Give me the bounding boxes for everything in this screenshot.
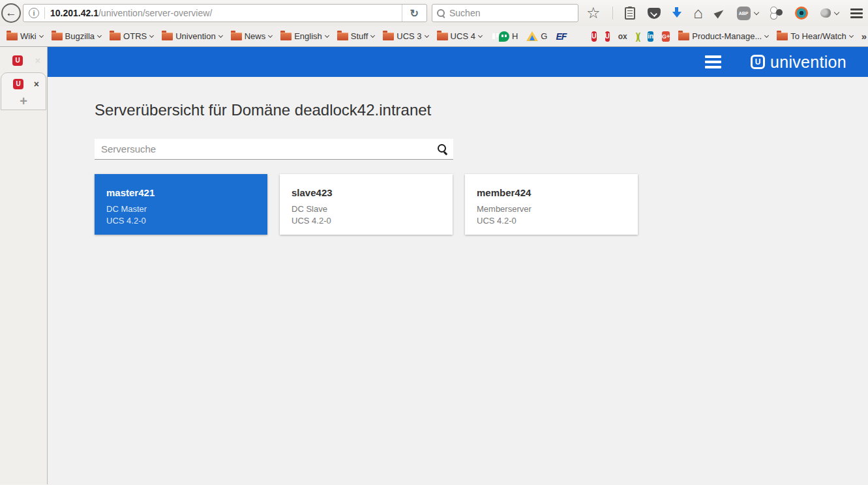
bookmarks-overflow-button[interactable]: » (861, 31, 867, 42)
hangouts-icon (499, 31, 509, 42)
server-card-slave423[interactable]: slave423 DC Slave UCS 4.2-0 (280, 174, 453, 235)
browser-search-bar[interactable] (432, 4, 578, 22)
reload-button[interactable]: ↻ (402, 5, 427, 22)
bookmark-folder-stuff[interactable]: Stuff (337, 31, 375, 41)
folder-icon (231, 33, 242, 40)
new-tab-button[interactable]: + (1, 93, 46, 110)
bookmark-star-icon[interactable]: ☆ (586, 5, 601, 21)
divider (44, 7, 45, 19)
bookmark-folder-ucs4[interactable]: UCS 4 (437, 31, 482, 41)
bookmark-folder-univention[interactable]: Univention (162, 31, 222, 41)
bookmark-folder-ucs3[interactable]: UCS 3 (383, 31, 428, 41)
search-icon (436, 8, 445, 18)
chevron-down-icon (425, 33, 429, 37)
hangouts-bookmark[interactable]: H (499, 31, 518, 42)
server-version: UCS 4.2-0 (106, 215, 256, 227)
bookmark-label: Univention (175, 31, 215, 41)
bookmark-folder-news[interactable]: News (231, 31, 273, 41)
bookmark-folder-english[interactable]: English (280, 31, 329, 41)
server-role: DC Slave (292, 203, 441, 215)
site-menu-icon[interactable] (705, 55, 721, 68)
background-tab[interactable]: U × (0, 52, 47, 69)
site-info-icon[interactable]: i (29, 8, 39, 18)
send-tab-icon[interactable] (714, 7, 726, 18)
open-xchange-bookmark-icon[interactable]: ox (618, 32, 627, 41)
chevron-down-icon[interactable] (833, 9, 839, 14)
bookmark-folder-wiki[interactable]: Wiki (7, 31, 43, 41)
browser-menu-icon[interactable] (850, 8, 863, 18)
content-row: U × U × + U univention Serverübersicht f… (0, 47, 868, 484)
chevron-down-icon (149, 33, 154, 37)
bookmark-label: OTRS (123, 31, 147, 41)
univention-favicon: U (13, 79, 23, 89)
search-icon[interactable] (437, 143, 448, 154)
fly-extension-icon (820, 8, 831, 18)
bookmark-label: G (541, 31, 547, 41)
univention-bookmark-icon[interactable]: U (605, 31, 610, 42)
active-tab[interactable]: U × (1, 76, 46, 93)
folder-icon (678, 33, 689, 40)
ef-bookmark-icon[interactable]: EF (556, 31, 566, 42)
chevron-down-icon (97, 33, 102, 37)
chevron-down-icon (370, 33, 375, 37)
home-icon[interactable]: ⌂ (693, 6, 703, 20)
bookmark-label: H (512, 31, 518, 41)
active-tab-group: U × + (1, 72, 46, 110)
extension-fly-button[interactable] (820, 8, 839, 18)
bookmarks-bar: Wiki Bugzilla OTRS Univention News Engli… (0, 26, 868, 47)
linkedin-bookmark-icon[interactable]: in (648, 31, 653, 42)
browser-search-input[interactable] (449, 8, 574, 18)
chevron-down-icon (218, 33, 223, 37)
bookmark-folder-bugzilla[interactable]: Bugzilla (52, 31, 102, 41)
divider (612, 7, 613, 20)
pocket-icon[interactable] (648, 8, 661, 19)
url-path: /univention/server-overview/ (98, 8, 212, 18)
bookmark-folder-product-management[interactable]: Product-Manage... (678, 31, 768, 41)
server-search-field[interactable] (95, 139, 453, 160)
downloads-icon[interactable] (672, 7, 681, 19)
server-role: DC Master (106, 203, 256, 215)
bookmark-label: Stuff (351, 31, 368, 41)
folder-icon (7, 33, 18, 40)
close-tab-icon[interactable]: × (34, 80, 39, 88)
google-drive-icon (526, 31, 538, 41)
plus-icon: + (20, 95, 27, 107)
web-page: U univention Serverübersicht für Domäne … (48, 47, 868, 484)
folder-icon (110, 33, 121, 40)
server-card-master421[interactable]: master421 DC Master UCS 4.2-0 (95, 174, 267, 235)
server-card-member424[interactable]: member424 Memberserver UCS 4.2-0 (465, 174, 638, 235)
server-name: member424 (477, 187, 626, 198)
vertical-tab-strip: U × U × + (0, 47, 48, 484)
folder-icon (777, 33, 788, 40)
cookies-extension-icon[interactable] (770, 7, 783, 20)
url-host: 10.201.42.1 (50, 8, 98, 18)
xing-bookmark-icon[interactable]: )( (636, 31, 639, 42)
bookmark-label: News (245, 31, 266, 41)
back-button[interactable]: ← (1, 3, 21, 23)
folder-icon (280, 33, 292, 40)
server-role: Memberserver (477, 203, 626, 215)
chevron-down-icon[interactable] (753, 9, 758, 14)
bookmark-label: Product-Manage... (692, 31, 762, 41)
googleplus-bookmark-icon[interactable]: G+ (662, 31, 670, 42)
univention-logo-text: univention (770, 53, 846, 72)
chevron-down-icon (764, 33, 769, 37)
close-tab-icon[interactable]: × (35, 57, 40, 65)
browser-toolbar: ← i 10.201.42.1 /univention/server-overv… (0, 0, 868, 26)
server-name: master421 (106, 187, 256, 198)
bookmark-label: English (294, 31, 322, 41)
extension-eye-icon[interactable] (795, 7, 808, 20)
server-search-input[interactable] (101, 143, 437, 154)
univention-bookmark-icon[interactable]: U (591, 31, 596, 42)
univention-favicon: U (12, 55, 23, 66)
bookmark-folder-to-hear-watch[interactable]: To Hear/Watch (777, 31, 853, 41)
drive-bookmark[interactable]: G (526, 31, 547, 41)
bookmarks-menu-icon[interactable] (625, 7, 635, 20)
bookmark-folder-otrs[interactable]: OTRS (110, 31, 153, 41)
chevron-down-icon (268, 33, 273, 37)
chevron-down-icon (478, 33, 483, 37)
url-bar[interactable]: i 10.201.42.1 /univention/server-overvie… (23, 4, 427, 22)
adblock-button[interactable]: ABP (737, 7, 758, 20)
reload-icon: ↻ (410, 7, 419, 20)
page-main: Serverübersicht für Domäne deadlock42.in… (48, 77, 868, 235)
